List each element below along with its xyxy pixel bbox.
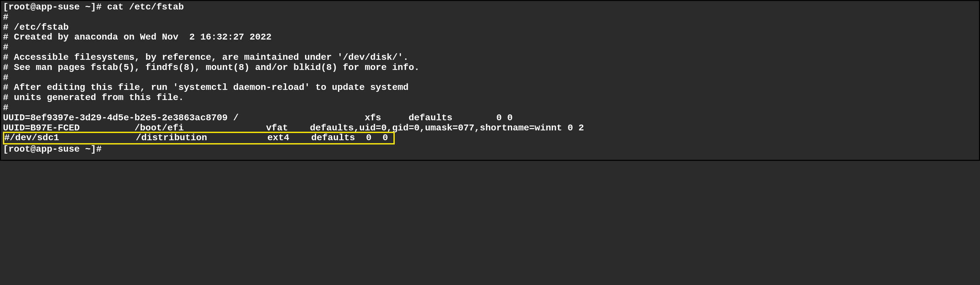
fstab-entry-highlighted: #/dev/sdc1 /distribution ext4 defaults 0… (3, 132, 395, 144)
command-text: cat /etc/fstab (107, 2, 184, 12)
output-line: # (3, 43, 977, 53)
output-line: # (3, 73, 977, 83)
output-line: # See man pages fstab(5), findfs(8), mou… (3, 63, 977, 73)
prompt-line: [root@app-suse ~]# cat /etc/fstab (3, 2, 977, 13)
output-line: # /etc/fstab (3, 22, 977, 33)
output-line: # (3, 103, 977, 113)
output-line: # Accessible filesystems, by reference, … (3, 53, 977, 63)
output-line: # Created by anaconda on Wed Nov 2 16:32… (3, 32, 977, 43)
output-line: # After editing this file, run 'systemct… (3, 83, 977, 93)
prompt-line-empty[interactable]: [root@app-suse ~]# (3, 144, 977, 155)
shell-prompt: [root@app-suse ~]# (3, 2, 107, 12)
output-line: # (3, 13, 977, 22)
fstab-entry: UUID=8ef9397e-3d29-4d5e-b2e5-2e3863ac870… (3, 113, 977, 123)
terminal-window[interactable]: [root@app-suse ~]# cat /etc/fstab # # /e… (0, 0, 980, 161)
shell-prompt: [root@app-suse ~]# (3, 144, 102, 154)
output-line: # units generated from this file. (3, 93, 977, 103)
